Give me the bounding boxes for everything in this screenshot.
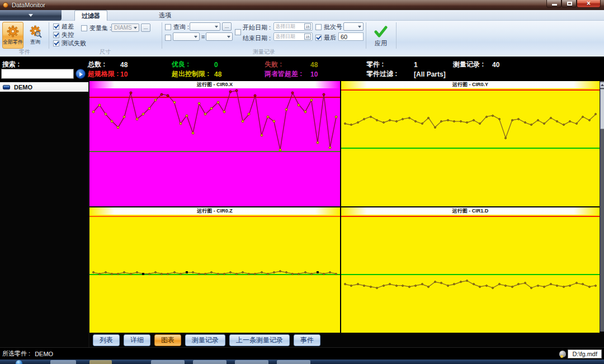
data-point	[550, 283, 552, 285]
stat-label: 零件 :	[366, 60, 414, 69]
varset-more-button[interactable]: ...	[141, 23, 150, 32]
query-parts-button[interactable]: 查询	[25, 22, 46, 49]
condition-value-dropdown[interactable]	[206, 32, 233, 41]
application-menu-button[interactable]	[0, 10, 62, 21]
data-point	[111, 120, 114, 123]
checkbox-out-of-tolerance[interactable]: 超差	[53, 23, 74, 30]
close-button[interactable]: ×	[577, 0, 601, 8]
data-point	[370, 286, 372, 288]
windows-taskbar[interactable]	[0, 360, 604, 364]
run-chart-cir0y[interactable]: 运行图 - CIR0.Y	[341, 81, 600, 206]
end-date-input[interactable]: 选择日期 15	[273, 32, 313, 41]
condition-checkbox[interactable]	[165, 34, 171, 41]
query-checkbox[interactable]: 查询 :	[165, 23, 189, 30]
batch-checkbox[interactable]: 批次号 :	[315, 23, 346, 30]
data-point	[466, 280, 468, 282]
data-point	[161, 93, 163, 96]
data-point	[136, 271, 138, 273]
data-point	[427, 117, 430, 119]
tab-chart[interactable]: 图表	[154, 334, 181, 346]
stat-label: 超规格限 :	[88, 69, 120, 79]
scrollbar-thumb[interactable]	[600, 89, 604, 129]
apply-button[interactable]: 应用	[368, 22, 394, 51]
data-point	[582, 116, 584, 118]
tab-previous-record[interactable]: 上一条测量记录	[229, 334, 290, 346]
tab-options[interactable]: 选项	[152, 10, 178, 21]
ribbon-group-size: 超差 失控 测试失败 变量集 : DIAMS ... 尺寸	[50, 21, 161, 56]
batch-dropdown[interactable]	[343, 22, 364, 31]
tab-measurement-records[interactable]: 测量记录	[185, 334, 225, 346]
sidebar-item-demo[interactable]: DEMO	[0, 82, 88, 92]
data-point	[322, 93, 325, 96]
data-point	[167, 273, 169, 275]
checkbox-label: 失控	[62, 31, 74, 39]
all-parts-button[interactable]: 全部零件	[2, 22, 23, 49]
checkbox-label: 测试失败	[62, 39, 86, 48]
varset-checkbox[interactable]: 变量集 :	[81, 25, 111, 31]
data-point	[329, 146, 332, 149]
stat-col-records: 测量记录 :40	[453, 60, 499, 69]
checkbox-test-failed[interactable]: 测试失败	[53, 40, 86, 46]
data-point	[148, 273, 150, 275]
run-chart-cir0z[interactable]: 运行图 - CIR0.Z	[89, 207, 340, 333]
run-chart-cir1d[interactable]: 运行图 - CIR1.D	[341, 207, 600, 333]
data-point	[279, 270, 281, 272]
data-point	[453, 283, 455, 285]
last-n-label: 最后	[324, 34, 336, 42]
query-dropdown[interactable]	[190, 22, 220, 31]
taskbar-item[interactable]	[50, 360, 76, 364]
tab-filter[interactable]: 过滤器	[74, 10, 107, 21]
group-label-parts: 零件	[1, 48, 48, 56]
charts-scrollbar[interactable]	[600, 81, 604, 332]
taskbar-item[interactable]	[277, 360, 310, 364]
data-point	[402, 285, 404, 287]
data-point	[92, 271, 95, 273]
data-point	[357, 121, 359, 124]
tab-detail[interactable]: 详细	[124, 334, 150, 346]
last-n-input[interactable]: 60	[338, 32, 364, 41]
query-more-button[interactable]: ...	[222, 22, 232, 31]
data-point	[335, 273, 337, 275]
data-point	[594, 285, 597, 287]
tab-list[interactable]: 列表	[93, 334, 120, 346]
data-point	[414, 120, 417, 122]
data-point	[105, 271, 107, 273]
checkbox-icon	[235, 29, 241, 35]
maximize-button[interactable]	[561, 0, 577, 8]
tab-events[interactable]: 事件	[294, 334, 320, 346]
data-point	[530, 124, 532, 126]
date-filter-checkbox[interactable]	[235, 29, 241, 35]
data-point	[504, 137, 507, 139]
scroll-up-icon[interactable]	[600, 82, 604, 88]
start-orb-icon[interactable]	[16, 360, 22, 364]
data-point	[148, 107, 151, 110]
data-point	[291, 273, 294, 275]
data-point	[98, 273, 101, 275]
varset-dropdown[interactable]: DIAMS	[111, 23, 139, 32]
data-point	[123, 271, 125, 273]
data-point	[223, 111, 225, 114]
condition-field-dropdown[interactable]	[173, 32, 200, 41]
data-point	[517, 283, 520, 285]
data-point	[440, 120, 442, 122]
taskbar-item[interactable]	[89, 360, 112, 364]
last-n-checkbox[interactable]: 最后	[315, 34, 336, 41]
data-point	[395, 285, 398, 287]
checkbox-out-of-control[interactable]: 失控	[53, 31, 74, 38]
data-point	[235, 273, 238, 275]
data-point	[92, 111, 95, 114]
data-point	[204, 273, 206, 275]
charts-column: 运行图 - CIR0.X 运行图 - CIR0.Y	[89, 81, 604, 347]
start-date-input[interactable]: 选择日期 15	[273, 22, 313, 31]
group-divider	[162, 22, 162, 49]
run-chart-cir0x[interactable]: 运行图 - CIR0.X	[89, 81, 340, 206]
search-input[interactable]	[1, 69, 74, 79]
taskbar-item[interactable]	[235, 360, 268, 364]
taskbar-item[interactable]	[151, 360, 185, 364]
search-go-button[interactable]	[76, 69, 86, 79]
database-icon	[559, 351, 566, 357]
minimize-button[interactable]	[546, 0, 561, 8]
checkbox-icon	[165, 35, 171, 41]
data-point	[242, 120, 244, 123]
taskbar-item[interactable]	[193, 360, 226, 364]
